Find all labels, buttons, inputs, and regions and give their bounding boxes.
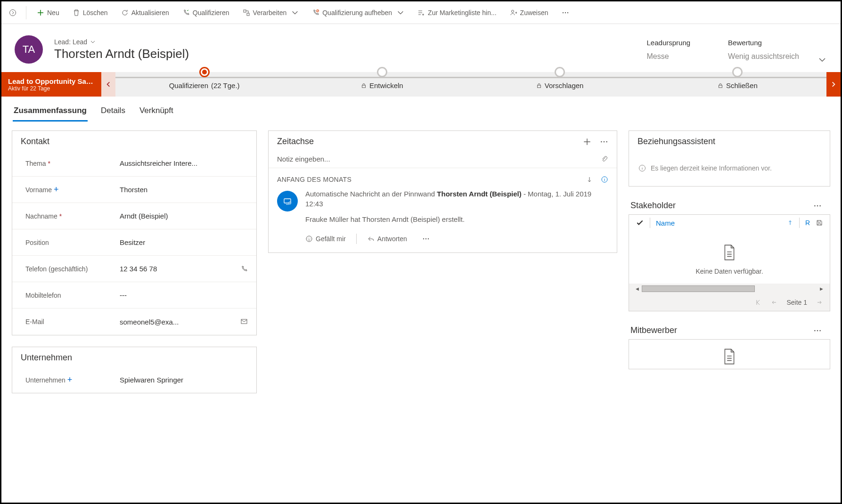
sort-asc-button[interactable] [787, 219, 793, 226]
autopost-icon [277, 191, 298, 211]
timeline-more-button[interactable] [600, 138, 608, 146]
field-email[interactable]: E-Mail someonel5@exa... [12, 309, 256, 335]
timeline-note-input[interactable]: Notiz eingeben... [269, 150, 617, 168]
qualify-button[interactable]: Qualifizieren [178, 1, 234, 24]
check-icon[interactable] [636, 219, 644, 227]
stage-label: Qualifizieren [169, 81, 208, 89]
header-field-value[interactable]: Wenig aussichtsreich [728, 52, 799, 61]
stakeholder-more-button[interactable] [813, 202, 822, 210]
timeline-sort-button[interactable] [586, 176, 593, 183]
phone-cancel-icon [312, 9, 319, 16]
svg-point-18 [306, 236, 312, 242]
pager-prev-button[interactable] [770, 299, 778, 306]
paperclip-icon [601, 155, 608, 163]
timeline-section-label: ANFANG DES MONATS [277, 176, 352, 183]
process-next-button[interactable] [826, 72, 841, 97]
svg-point-20 [310, 238, 310, 238]
stage-propose[interactable]: Vorschlagen [471, 72, 649, 97]
scrollbar-thumb[interactable] [642, 285, 755, 292]
field-value: Spielwaren Springer [120, 376, 248, 384]
timeline-item[interactable]: Automatische Nachricht an der Pinnwand T… [269, 189, 617, 252]
new-button[interactable]: Neu [32, 1, 64, 24]
note-placeholder: Notiz eingeben... [277, 155, 330, 163]
field-telefon[interactable]: Telefon (geschäftlich) 12 34 56 78 [12, 256, 256, 282]
stage-marker-icon [732, 67, 743, 77]
assistant-section: Beziehungsassistent Es liegen derzeit ke… [629, 130, 830, 187]
more-icon [562, 9, 569, 16]
company-heading: Unternehmen [12, 347, 256, 366]
tab-summary[interactable]: Zusammenfassung [13, 102, 88, 122]
field-label: Mobiltelefon [25, 292, 61, 299]
process-label: Verarbeiten [253, 9, 287, 16]
empty-text: Keine Daten verfügbar. [695, 268, 763, 275]
field-vorname[interactable]: Vorname+ Thorsten [12, 177, 256, 203]
svg-rect-10 [719, 85, 722, 88]
record-type[interactable]: Lead: Lead [54, 38, 189, 46]
field-value: someonel5@exa... [120, 318, 237, 326]
lock-icon [718, 83, 723, 89]
stage-marker-icon [377, 67, 387, 77]
field-unternehmen[interactable]: Unternehmen+ Spielwaren Springer [12, 366, 256, 393]
stage-qualify[interactable]: Qualifizieren (22 Tge.) [115, 72, 293, 97]
tab-related[interactable]: Verknüpft [139, 102, 174, 122]
back-button[interactable] [5, 1, 20, 24]
refresh-button[interactable]: Aktualisieren [116, 1, 174, 24]
pager-next-button[interactable] [816, 299, 823, 306]
timeline-item-title: Automatische Nachricht an der Pinnwand T… [305, 189, 608, 209]
stage-marker-icon [199, 67, 210, 77]
field-label: Telefon (geschäftlich) [25, 265, 88, 273]
stage-label: Vorschlagen [545, 81, 584, 89]
more-commands-button[interactable] [557, 1, 574, 24]
timeline-add-button[interactable] [583, 138, 591, 146]
competitors-more-button[interactable] [813, 326, 822, 335]
command-bar: Neu Löschen Aktualisieren Qualifizieren … [1, 1, 841, 24]
column-r[interactable]: R [805, 219, 810, 227]
delete-button[interactable]: Löschen [68, 1, 113, 24]
stage-develop[interactable]: Entwickeln [293, 72, 471, 97]
assign-button[interactable]: Zuweisen [505, 1, 553, 24]
timeline-item-more[interactable] [422, 235, 430, 243]
required-icon: * [48, 160, 50, 167]
header-field-value[interactable]: Messe [647, 52, 691, 61]
svg-point-5 [562, 12, 563, 13]
process-button[interactable]: Verarbeiten [238, 1, 304, 24]
disqualify-button[interactable]: Qualifizierung aufheben [307, 1, 409, 24]
chevron-right-circle-icon [9, 9, 16, 16]
field-thema[interactable]: Thema* Aussichtsreicher Intere... [12, 150, 256, 177]
reply-button[interactable]: Antworten [367, 235, 407, 243]
form-body: Kontakt Thema* Aussichtsreicher Intere..… [1, 122, 841, 393]
reply-icon [367, 235, 375, 243]
svg-point-21 [423, 238, 424, 239]
svg-point-0 [10, 9, 16, 16]
pager-page-label: Seite 1 [786, 299, 807, 306]
pager: Seite 1 [629, 294, 830, 311]
column-name[interactable]: Name [656, 219, 781, 227]
horizontal-scrollbar[interactable]: ◄ ► [629, 284, 830, 294]
timeline-info-button[interactable] [601, 176, 608, 183]
more-icon [422, 235, 430, 243]
mail-icon[interactable] [240, 318, 248, 325]
svg-rect-8 [362, 85, 366, 88]
contact-section: Kontakt Thema* Aussichtsreicher Intere..… [12, 130, 257, 335]
add-marketing-button[interactable]: Zur Marketingliste hin... [413, 1, 501, 24]
like-button[interactable]: Gefällt mir [305, 235, 346, 243]
pager-first-button[interactable] [754, 299, 762, 306]
field-nachname[interactable]: Nachname* Arndt (Beispiel) [12, 203, 256, 229]
tab-details[interactable]: Details [100, 102, 126, 122]
scroll-left-icon[interactable]: ◄ [633, 286, 642, 292]
process-header[interactable]: Lead to Opportunity Sale... Aktiv für 22… [1, 72, 101, 97]
save-grid-button[interactable] [816, 219, 823, 227]
stage-close[interactable]: Schließen [649, 72, 826, 97]
field-position[interactable]: Position Besitzer [12, 229, 256, 256]
scroll-right-icon[interactable]: ► [817, 286, 826, 292]
plus-icon [583, 138, 591, 146]
field-mobil[interactable]: Mobiltelefon --- [12, 282, 256, 309]
attachment-button[interactable] [601, 155, 608, 163]
field-label: Unternehmen [25, 376, 65, 384]
stakeholder-section: Stakeholder Name R [629, 195, 830, 311]
header-expand-button[interactable] [818, 56, 826, 64]
process-prev-button[interactable] [101, 72, 115, 97]
stage-label: Schließen [726, 81, 758, 89]
process-icon [243, 9, 250, 16]
phone-icon[interactable] [240, 265, 248, 273]
